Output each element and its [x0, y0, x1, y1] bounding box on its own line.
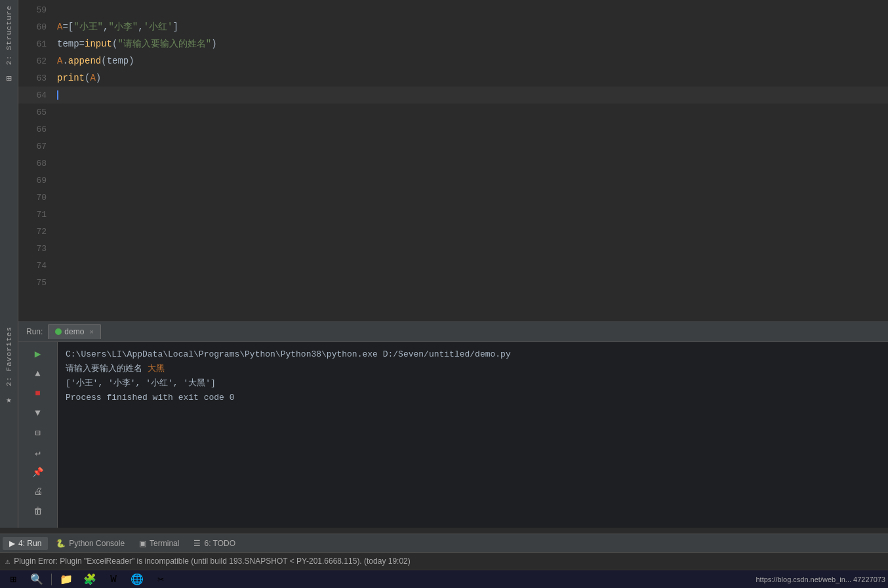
- code-line: 69: [18, 172, 888, 189]
- pin-button[interactable]: 📌: [29, 464, 47, 480]
- todo-label: 6: TODO: [204, 539, 235, 548]
- windows-start-button[interactable]: ⊞: [3, 571, 24, 588]
- pycharm-button[interactable]: 🧩: [79, 571, 100, 588]
- taskbar-right: https://blog.csdn.net/web_in... 47227073: [756, 576, 885, 583]
- line-content[interactable]: [54, 90, 888, 100]
- code-line: 65: [18, 104, 888, 121]
- run-tab-icon: ▶: [9, 539, 15, 548]
- line-content[interactable]: A=["小王","小李",'小红']: [54, 21, 888, 33]
- file-explorer-button[interactable]: 📁: [56, 571, 77, 588]
- run-tab-close[interactable]: ×: [89, 328, 93, 336]
- layout-button[interactable]: ⊟: [29, 425, 47, 441]
- code-token: ,: [138, 22, 143, 32]
- taskbar-separator: [51, 574, 52, 585]
- favorites-label[interactable]: 2: Favorites: [5, 321, 13, 391]
- line-number: 59: [18, 5, 54, 15]
- code-token: =: [79, 39, 85, 49]
- python-console-label: Python Console: [69, 539, 125, 548]
- console-output-line: ['小王', '小李', '小红', '大黑']: [66, 376, 880, 391]
- line-number: 73: [18, 244, 54, 254]
- code-line: 64: [18, 87, 888, 104]
- favorites-star-icon[interactable]: ★: [3, 391, 14, 408]
- file-explorer-icon: 📁: [60, 573, 73, 586]
- todo-icon: ☰: [193, 539, 201, 548]
- line-number: 72: [18, 227, 54, 237]
- python-console-icon: 🐍: [56, 539, 66, 548]
- code-line: 63print(A): [18, 69, 888, 87]
- wrap-button[interactable]: ↵: [29, 444, 47, 460]
- code-token: append: [68, 56, 101, 66]
- tab-todo[interactable]: ☰ 6: TODO: [187, 537, 242, 550]
- line-content[interactable]: A.append(temp): [54, 56, 888, 66]
- pycharm-icon: 🧩: [83, 573, 96, 586]
- windows-icon: ⊞: [10, 573, 16, 586]
- line-content[interactable]: print(A): [54, 73, 888, 83]
- cursor-bar: [57, 90, 58, 100]
- code-token: ]: [172, 22, 178, 32]
- app5-button[interactable]: ✂: [150, 571, 171, 588]
- code-token: "小王": [73, 22, 103, 32]
- line-number: 60: [18, 22, 54, 32]
- line-number: 71: [18, 210, 54, 220]
- console-output-line: Process finished with exit code 0: [66, 391, 880, 405]
- chrome-button[interactable]: 🌐: [127, 571, 148, 588]
- code-line: 75: [18, 274, 888, 291]
- run-tab-demo[interactable]: demo ×: [48, 324, 100, 339]
- taskbar: ⊞ 🔍 📁 🧩 W 🌐 ✂ https://blog.csdn.net/web_…: [0, 570, 888, 588]
- line-number: 65: [18, 108, 54, 117]
- scroll-down-button[interactable]: ▼: [29, 405, 47, 421]
- console-output: C:\Users\LI\AppData\Local\Programs\Pytho…: [58, 342, 888, 528]
- run-tab-label: 4: Run: [18, 539, 41, 548]
- search-button[interactable]: 🔍: [26, 571, 47, 588]
- favorites-sidebar: 2: Favorites ★: [0, 321, 18, 528]
- stop-button[interactable]: ■: [29, 385, 47, 401]
- code-token: temp: [57, 39, 79, 49]
- search-icon: 🔍: [30, 573, 43, 586]
- code-token: "小李": [108, 22, 138, 32]
- structure-label[interactable]: 2: Structure: [5, 0, 13, 70]
- code-line: 60A=["小王","小李",'小红']: [18, 18, 888, 35]
- line-number: 63: [18, 73, 54, 83]
- line-number: 67: [18, 142, 54, 151]
- run-tab-bar: Run: demo ×: [18, 321, 888, 342]
- scroll-up-button[interactable]: ▲: [29, 366, 47, 382]
- status-warning-icon: ⚠: [5, 557, 10, 566]
- line-number: 70: [18, 193, 54, 203]
- run-panel: Run: demo × ▶ ▲ ■ ▼ ⊟ ↵ 📌 🖨 🗑 C:\Users\L…: [18, 321, 888, 528]
- editor-area[interactable]: 5960A=["小王","小李",'小红']61temp=input("请输入要…: [18, 0, 888, 321]
- code-token: A: [90, 73, 95, 83]
- line-number: 66: [18, 125, 54, 134]
- run-toolbar: ▶ ▲ ■ ▼ ⊟ ↵ 📌 🖨 🗑: [18, 342, 58, 528]
- code-line: 74: [18, 257, 888, 274]
- tab-status-dot: [55, 328, 62, 335]
- tab-python-console[interactable]: 🐍 Python Console: [49, 537, 131, 550]
- line-number: 64: [18, 90, 54, 100]
- delete-button[interactable]: 🗑: [29, 503, 47, 519]
- code-line: 70: [18, 189, 888, 206]
- console-text-span: 大黑: [148, 364, 165, 374]
- code-token: =[: [62, 22, 73, 32]
- word-button[interactable]: W: [103, 571, 124, 588]
- status-bar: ⚠ Plugin Error: Plugin "ExcelReader" is …: [0, 552, 888, 570]
- code-line: 72: [18, 223, 888, 240]
- print-button[interactable]: 🖨: [29, 484, 47, 500]
- console-output-line: C:\Users\LI\AppData\Local\Programs\Pytho…: [66, 347, 880, 362]
- code-line: 68: [18, 155, 888, 172]
- code-line: 62A.append(temp): [18, 52, 888, 69]
- code-line: 61temp=input("请输入要输入的姓名"): [18, 35, 888, 52]
- word-icon: W: [110, 574, 117, 585]
- terminal-label: Terminal: [150, 539, 179, 548]
- code-token: (: [101, 56, 106, 66]
- code-line: 59: [18, 1, 888, 18]
- terminal-icon: ▣: [139, 539, 146, 548]
- structure-icon[interactable]: ⊞: [3, 70, 14, 87]
- tab-run[interactable]: ▶ 4: Run: [3, 537, 48, 550]
- line-content[interactable]: temp=input("请输入要输入的姓名"): [54, 38, 888, 50]
- tab-terminal[interactable]: ▣ Terminal: [132, 537, 186, 550]
- run-label: Run:: [21, 327, 48, 336]
- run-tab-name: demo: [64, 327, 84, 336]
- code-line: 66: [18, 121, 888, 138]
- run-button[interactable]: ▶: [29, 346, 47, 362]
- code-token: "请输入要输入的姓名": [117, 39, 211, 49]
- line-number: 62: [18, 56, 54, 66]
